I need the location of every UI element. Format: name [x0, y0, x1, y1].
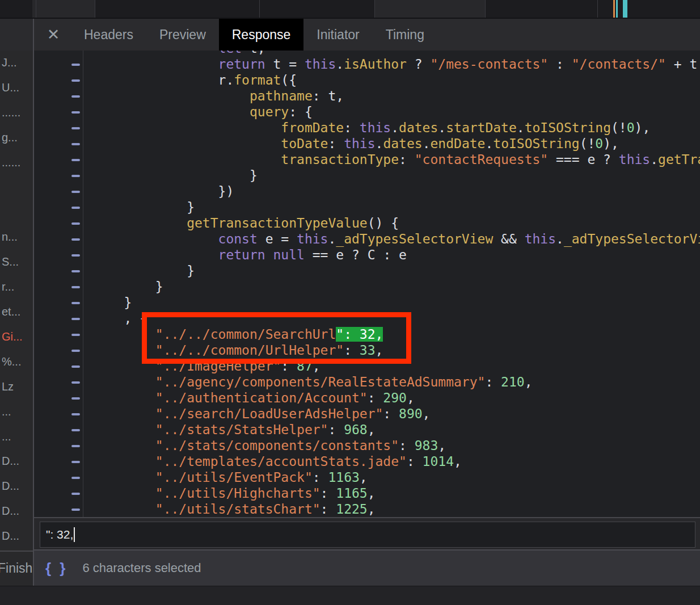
code-line: let t,	[34, 51, 700, 56]
network-request-item[interactable]: D...	[2, 499, 33, 523]
status-bar: { } 6 characters selected	[34, 549, 700, 586]
code-line: "../agency/components/RealEstateAdSummar…	[34, 374, 700, 390]
column-separator	[95, 0, 95, 18]
gutter-marker-icon	[71, 365, 80, 368]
gutter-marker-icon	[71, 509, 80, 511]
network-table-segment	[32, 0, 95, 18]
tab-strip: HeadersPreviewResponseInitiatorTiming	[71, 19, 437, 51]
gutter-marker-icon	[71, 254, 80, 257]
gutter-marker-icon	[71, 191, 80, 193]
gutter-marker-icon	[71, 445, 80, 447]
response-code-viewer[interactable]: let t, return t = this.isAuthor ? "/mes-…	[34, 51, 700, 517]
network-summary-finish: Finish	[0, 561, 32, 575]
network-request-item[interactable]: et...	[2, 300, 33, 324]
network-request-item[interactable]: ...	[2, 425, 33, 449]
gutter-marker-icon	[71, 143, 80, 145]
code-line: return null == e ? C : e	[34, 247, 700, 263]
column-separator	[259, 0, 260, 18]
network-request-item[interactable]: ......	[2, 100, 33, 125]
highlight-annotation-box	[142, 312, 411, 364]
column-separator	[374, 0, 375, 18]
response-tab-bar: ✕ HeadersPreviewResponseInitiatorTiming	[0, 19, 700, 51]
find-bar: ": 32,	[34, 517, 700, 549]
code-line: "../utils/EventPack": 1163,	[34, 469, 700, 485]
network-request-list: J...U.........g.........n...S...r...et..…	[0, 51, 33, 551]
code-line: "../templates/accountStats.jade": 1014,	[34, 453, 700, 469]
gutter-marker-icon	[71, 270, 80, 272]
code-line: }	[34, 167, 700, 183]
code-line: "../stats/components/constants": 983,	[34, 438, 700, 453]
column-separator	[485, 0, 486, 18]
network-request-item[interactable]: U...	[2, 75, 33, 100]
column-separator	[597, 0, 598, 18]
network-request-item[interactable]: S...	[2, 250, 33, 274]
network-request-item[interactable]: Lz	[2, 375, 33, 399]
gutter-marker-icon	[71, 302, 80, 304]
bottom-strip	[0, 586, 700, 605]
code-line: pathname: t,	[34, 88, 700, 104]
gutter-marker-icon	[71, 413, 80, 415]
text-cursor	[74, 527, 75, 542]
code-line: }	[34, 263, 700, 279]
search-query-text: ": 32,	[46, 528, 73, 541]
code-line: return t = this.isAuthor ? "/mes-contact…	[34, 56, 700, 72]
network-request-item[interactable]: Gi...	[2, 325, 33, 349]
network-request-item[interactable]: D...	[2, 449, 33, 473]
gutter-marker-icon	[71, 127, 80, 129]
code-line: query: {	[34, 104, 700, 120]
gutter-marker-icon	[71, 477, 80, 479]
network-request-item[interactable]: ......	[2, 150, 33, 175]
network-request-item[interactable]: r...	[2, 275, 33, 299]
gutter-marker-icon	[71, 493, 80, 495]
tab-timing[interactable]: Timing	[373, 19, 437, 51]
network-request-item[interactable]: g...	[2, 125, 33, 150]
tab-initiator[interactable]: Initiator	[303, 19, 372, 51]
selection-status-text: 6 characters selected	[82, 561, 201, 575]
gutter-marker-icon	[71, 207, 80, 209]
code-line: "../stats/StatsHelper": 968,	[34, 422, 700, 438]
network-table-segment	[374, 0, 485, 18]
close-icon[interactable]: ✕	[43, 19, 64, 51]
devtools-window: ✕ HeadersPreviewResponseInitiatorTiming …	[0, 0, 700, 605]
code-line: }	[34, 199, 700, 215]
search-input[interactable]: ": 32,	[40, 522, 695, 548]
network-request-item[interactable]: ...	[2, 400, 33, 424]
tab-preview[interactable]: Preview	[146, 19, 219, 51]
network-request-item[interactable]: D...	[2, 474, 33, 498]
gutter-marker-icon	[71, 397, 80, 400]
gutter-marker-icon	[71, 318, 80, 320]
code-line: const e = this._adTypesSelectorView && t…	[34, 231, 700, 247]
code-line: toDate: this.dates.endDate.toISOString(!…	[34, 136, 700, 152]
gutter-marker-icon	[71, 222, 80, 225]
code-line: transactionType: "contactRequests" === e…	[34, 152, 700, 167]
code-line: r.format({	[34, 72, 700, 88]
code-line: "../search/LoadUserAdsHelper": 890,	[34, 406, 700, 422]
waterfall-bar-teal-icon	[623, 0, 627, 18]
code-line: fromDate: this.dates.startDate.toISOStri…	[34, 120, 700, 136]
code-line: })	[34, 183, 700, 199]
gutter-marker-icon	[71, 111, 80, 114]
code-line: "../utils/statsChart": 1225,	[34, 501, 700, 517]
code-line: "../authentication/Account": 290,	[34, 390, 700, 406]
gutter-marker-icon	[71, 381, 80, 384]
gutter-marker-icon	[71, 159, 80, 161]
waterfall-bar-orange-icon	[613, 0, 615, 18]
gutter-marker-icon	[71, 350, 80, 352]
gutter-marker-icon	[71, 64, 80, 66]
network-request-item[interactable]: n...	[2, 225, 33, 249]
gutter-marker-icon	[71, 79, 80, 82]
network-request-item[interactable]: %...	[2, 350, 33, 374]
network-request-item[interactable]: D...	[2, 524, 33, 548]
code-lines: let t, return t = this.isAuthor ? "/mes-…	[34, 51, 700, 517]
gutter-marker-icon	[71, 95, 80, 98]
pretty-print-icon[interactable]: { }	[45, 560, 68, 577]
gutter-marker-icon	[71, 461, 80, 463]
gutter-marker-icon	[71, 175, 80, 177]
tab-headers[interactable]: Headers	[71, 19, 146, 51]
gutter-marker-icon	[71, 429, 80, 431]
network-request-item[interactable]: J...	[2, 51, 33, 75]
tab-response[interactable]: Response	[219, 19, 304, 51]
gutter-marker-icon	[71, 334, 80, 336]
gutter-marker-icon	[71, 238, 80, 241]
column-separator	[36, 0, 36, 18]
